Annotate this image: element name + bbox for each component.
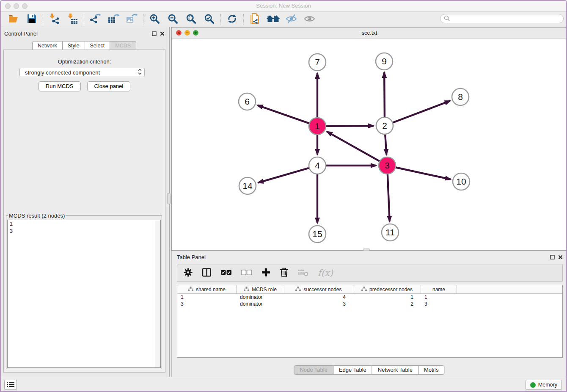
network-window-title: scc.txt [172,30,567,36]
tab-motifs[interactable]: Motifs [418,365,445,375]
node-label: 15 [312,229,322,239]
float-table-panel-icon[interactable] [550,254,555,261]
hierarchy-icon [295,287,301,293]
float-panel-icon[interactable] [152,31,157,37]
edge-3-10[interactable] [396,168,451,179]
edge-2-8[interactable] [393,101,450,122]
edge-4-14[interactable] [258,168,309,183]
zoom-selected-button[interactable] [200,13,218,26]
task-history-button[interactable] [4,380,17,390]
node-7[interactable]: 7 [309,54,326,71]
save-session-button[interactable] [22,13,41,26]
add-column-button[interactable] [261,268,271,279]
node-label: 3 [385,160,390,170]
edge-1-6[interactable] [258,105,309,124]
cell[interactable]: dominator [237,301,284,307]
node-14[interactable]: 14 [239,177,256,194]
deselect-all-button[interactable] [241,269,252,277]
node-8[interactable]: 8 [452,88,469,105]
column-header-shared-name[interactable]: shared name [177,285,237,293]
memory-button[interactable]: Memory [526,380,562,390]
import-network-button[interactable] [45,13,63,26]
zoom-fit-icon [186,14,196,25]
open-session-button[interactable] [4,13,22,26]
optimization-criterion-label: Optimization criterion: [4,58,165,65]
node-label: 8 [458,92,463,102]
zoom-in-icon [149,14,160,25]
table-row[interactable]: 1dominator411 [177,294,562,301]
import-table-icon [68,13,78,25]
first-neighbors-button[interactable] [264,13,282,26]
columns-button[interactable] [202,268,212,279]
search-box[interactable] [440,14,564,23]
edge-1-2[interactable] [326,126,374,126]
search-input[interactable] [452,16,560,22]
control-panel: Control Panel NetworkStyleSelectMCDS Opt… [0,27,170,377]
node-4[interactable]: 4 [309,157,326,174]
cell[interactable]: dominator [237,294,284,301]
table-row[interactable]: 3dominator323 [177,301,562,307]
zoom-fit-button[interactable] [182,13,200,26]
hierarchy-icon [361,287,367,293]
cell[interactable]: 1 [421,294,457,301]
cell[interactable]: 1 [353,294,421,301]
run-mcds-button[interactable]: Run MCDS [39,81,81,91]
node-11[interactable]: 11 [382,224,399,241]
mcds-result-title: MCDS result (2 nodes) [8,213,66,219]
node-9[interactable]: 9 [376,53,393,70]
node-2[interactable]: 2 [376,117,393,134]
node-6[interactable]: 6 [239,93,256,110]
optimization-criterion-dropdown[interactable]: strongly connected component [19,68,145,77]
select-all-button[interactable] [220,269,232,277]
close-panel-icon[interactable] [160,31,165,37]
network-window-titlebar[interactable]: scc.txt [172,28,567,39]
export-image-button[interactable] [123,13,141,26]
vertical-splitter-handle[interactable] [167,193,171,204]
graphics-details-button[interactable] [282,13,300,26]
close-table-panel-icon[interactable] [558,254,563,261]
node-3[interactable]: 3 [379,157,396,174]
column-header-successor-nodes[interactable]: successor nodes [284,285,353,293]
zoom-in-button[interactable] [146,13,164,26]
edge-3-11[interactable] [388,174,390,221]
table-body: 1dominator4113dominator323 [177,294,562,307]
tab-edge-table[interactable]: Edge Table [333,365,372,375]
columns-icon [202,268,212,279]
import-table-button[interactable] [63,13,82,26]
column-header-MCDS-role[interactable]: MCDS role [237,285,284,293]
cell[interactable]: 3 [421,301,457,307]
export-image-icon [126,13,138,25]
tab-node-table[interactable]: Node Table [294,365,333,375]
new-network-from-selection-button[interactable] [246,13,264,26]
export-table-button[interactable] [105,13,123,26]
mcds-result-group: MCDS result (2 nodes) 13 [6,213,162,369]
edge-3-1[interactable] [327,132,380,161]
zoom-out-button[interactable] [164,13,182,26]
node-10[interactable]: 10 [453,173,470,190]
export-network-button[interactable] [86,13,105,26]
delete-column-icon [280,267,289,279]
toolbar-separator [143,14,143,25]
export-table-icon [108,13,119,25]
new-network-from-selection-icon [250,13,260,26]
cell[interactable]: 4 [284,294,353,301]
horizontal-splitter-handle[interactable] [363,248,370,251]
delete-column-button[interactable] [280,267,289,279]
node-1[interactable]: 1 [309,118,326,135]
node-15[interactable]: 15 [309,226,326,243]
cell[interactable]: 3 [177,301,237,307]
birds-eye-view-button[interactable] [300,13,319,26]
refresh-layout-button[interactable] [223,13,241,26]
edge-2-3[interactable] [385,135,386,155]
cell[interactable]: 1 [177,294,237,301]
close-panel-button[interactable]: Close panel [87,81,131,91]
cell[interactable]: 2 [353,301,421,307]
network-canvas[interactable]: 7968124314101511 [172,39,567,251]
column-header-predecessor-nodes[interactable]: predecessor nodes [353,285,421,293]
gear-button[interactable] [183,268,193,279]
tab-network-table[interactable]: Network Table [372,365,418,375]
cell[interactable]: 3 [284,301,353,307]
result-scrollbar[interactable] [155,220,160,367]
column-header-name[interactable]: name [421,285,457,293]
edge-2-9[interactable] [384,72,385,117]
